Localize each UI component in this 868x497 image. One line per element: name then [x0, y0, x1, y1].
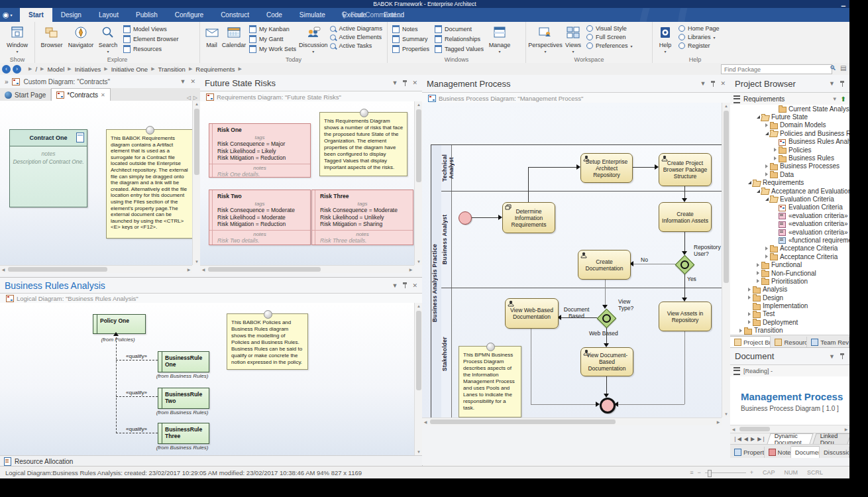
home-page-button[interactable]: Home Page — [678, 25, 720, 32]
properties-button[interactable]: Properties — [392, 45, 429, 53]
tree-caret-icon[interactable] — [765, 254, 768, 258]
menu-tab[interactable]: Start — [20, 8, 52, 22]
tree-caret-icon[interactable] — [774, 156, 777, 160]
tree-caret-icon[interactable] — [757, 263, 759, 267]
tree-item[interactable]: «evaluation criteria» — [730, 219, 849, 227]
model-views-button[interactable]: Model Views — [123, 25, 179, 33]
libraries-button[interactable]: Libraries▾ — [678, 34, 720, 40]
tree-caret-icon[interactable] — [748, 288, 751, 292]
tree-item[interactable]: «evaluation criteria» — [730, 211, 849, 219]
tree-item[interactable]: Non-Functional — [730, 269, 849, 277]
tree-item[interactable]: Deployment — [730, 318, 849, 326]
close-tab-icon[interactable]: ✕ — [101, 92, 105, 98]
zoom-slider[interactable] — [705, 472, 746, 473]
tab-contracts[interactable]: *Contracts ✕ — [51, 88, 110, 101]
tree-item[interactable]: «evaluation criteria» — [730, 228, 849, 236]
menu-tab[interactable]: Design — [52, 8, 90, 22]
menu-tab[interactable]: Layout — [90, 8, 127, 22]
zoom-in-button[interactable]: + — [750, 469, 753, 476]
tree-item[interactable]: Future State — [730, 113, 849, 121]
tree-caret-icon[interactable] — [765, 123, 768, 127]
tab-properties[interactable]: Properti... — [730, 447, 765, 458]
tree-item[interactable]: Acceptance and Evaluation — [730, 187, 849, 195]
active-diagrams-button[interactable]: Active Diagrams — [330, 25, 382, 32]
tree-caret-icon[interactable] — [739, 329, 742, 333]
tree-caret-icon[interactable] — [765, 132, 769, 135]
tab-linked-documents[interactable]: Linked Docu... — [813, 433, 849, 444]
element-browser-button[interactable]: Element Browser — [123, 35, 179, 43]
my-gantt-button[interactable]: My Gantt — [249, 35, 296, 43]
first-page-icon[interactable]: ❘◀ — [733, 436, 741, 442]
notes-button[interactable]: Notes — [392, 25, 429, 33]
find-package-input[interactable] — [721, 64, 832, 74]
next-page-icon[interactable]: ▶ — [751, 436, 755, 442]
discussion-button[interactable]: Discussion▾ — [299, 23, 328, 55]
tree-item[interactable]: Data — [730, 170, 849, 178]
tree-item[interactable]: Evaluation Criteria — [730, 203, 849, 211]
relationships-button[interactable]: Relationships — [435, 35, 484, 43]
nav-forward-button[interactable]: › — [13, 65, 21, 74]
menu-tab[interactable]: Configure — [166, 8, 212, 22]
risk-two-element[interactable]: Risk Two tags Risk Consequence = Moderat… — [209, 190, 311, 245]
tab-project-browser[interactable]: Project Bro... — [730, 336, 771, 347]
breadcrumb-item[interactable]: Model — [47, 66, 64, 73]
horizontal-scrollbar[interactable]: ◀▶ — [730, 425, 849, 433]
tree-item[interactable]: Implementation — [730, 302, 849, 309]
resources-button[interactable]: Resources — [123, 45, 179, 53]
prev-page-icon[interactable]: ◀ — [744, 436, 748, 442]
note-element[interactable]: This BABOK Policies and Business Rules d… — [227, 313, 308, 370]
tree-caret-icon[interactable] — [748, 296, 751, 300]
gateway-repository-user[interactable] — [675, 255, 694, 274]
panel-menu-icon[interactable]: ▼ — [829, 80, 835, 87]
tree-item[interactable]: Domain Models — [730, 121, 849, 129]
tab-dynamic-document[interactable]: Dynamic Document — [767, 433, 813, 444]
window-button[interactable]: Window▾ — [3, 23, 32, 55]
preferences-button[interactable]: Preferences▾ — [586, 42, 633, 49]
window-controls[interactable]: ▁ — [841, 1, 845, 7]
pin-icon[interactable] — [402, 80, 407, 86]
start-event[interactable] — [459, 211, 472, 225]
process-canvas[interactable]: Business Analysis Practice Technical Ana… — [422, 103, 722, 417]
horizontal-scrollbar[interactable]: ◀▶ — [422, 417, 722, 425]
horizontal-scrollbar[interactable]: ◀▶ — [0, 265, 192, 273]
policy-one-element[interactable]: Policy One — [93, 314, 146, 334]
manage-button[interactable]: Manage▾ — [486, 23, 513, 55]
end-event[interactable] — [600, 398, 616, 414]
contracts-canvas[interactable]: Contract One notes Description of Contra… — [0, 101, 192, 265]
tree-item[interactable]: Current State Analysis — [730, 105, 849, 113]
tree-item[interactable]: Prioritisation — [730, 277, 849, 285]
task-create-information-assets[interactable]: Create Information Assets — [659, 202, 712, 232]
tree-item[interactable]: Policies and Business Rules — [730, 129, 849, 137]
active-tasks-button[interactable]: Active Tasks — [330, 42, 382, 49]
tree-caret-icon[interactable] — [757, 271, 759, 275]
my-work-sets-button[interactable]: My Work Sets — [249, 45, 296, 53]
task-view-assets-in-repository[interactable]: View Assets in Repository — [659, 302, 712, 331]
document-button[interactable]: Document — [435, 25, 484, 33]
tree-item[interactable]: Requirements — [730, 179, 849, 187]
tree-caret-icon[interactable] — [757, 115, 760, 119]
tree-item[interactable]: Analysis — [730, 286, 849, 294]
tab-resources[interactable]: Resources — [771, 337, 807, 347]
filter-icon[interactable]: ▤ — [840, 64, 846, 72]
panel-menu-icon[interactable]: ▼ — [392, 282, 398, 289]
resource-allocation-bar[interactable]: Resource Allocation — [0, 455, 423, 466]
tab-team-review[interactable]: Team Revie... — [807, 337, 849, 347]
close-icon[interactable]: ✕ — [412, 282, 417, 289]
mail-button[interactable]: Mail — [202, 23, 221, 48]
search-icon[interactable]: 🔍︎ — [830, 64, 836, 72]
breadcrumb-item[interactable]: Initiative One — [111, 66, 148, 73]
tree-item[interactable]: Evaluation Criteria — [730, 195, 849, 203]
register-button[interactable]: Register — [678, 42, 720, 49]
menu-tab[interactable]: Code — [258, 8, 291, 22]
close-icon[interactable]: ✕ — [720, 80, 726, 87]
find-command[interactable]: Find Command... — [341, 8, 402, 22]
tab-start-page[interactable]: Start Page — [0, 89, 51, 101]
tree-caret-icon[interactable] — [748, 181, 751, 184]
gateway-view-type[interactable] — [597, 309, 616, 327]
tree-caret-icon[interactable] — [748, 312, 751, 316]
summary-button[interactable]: Summary — [392, 35, 429, 43]
tree-caret-icon[interactable] — [774, 148, 777, 152]
task-view-web-based-documentation[interactable]: View Web-Based Documentation — [505, 298, 559, 329]
tree-caret-icon[interactable] — [765, 197, 769, 201]
app-menu-button[interactable]: ◉▾ — [3, 9, 19, 21]
